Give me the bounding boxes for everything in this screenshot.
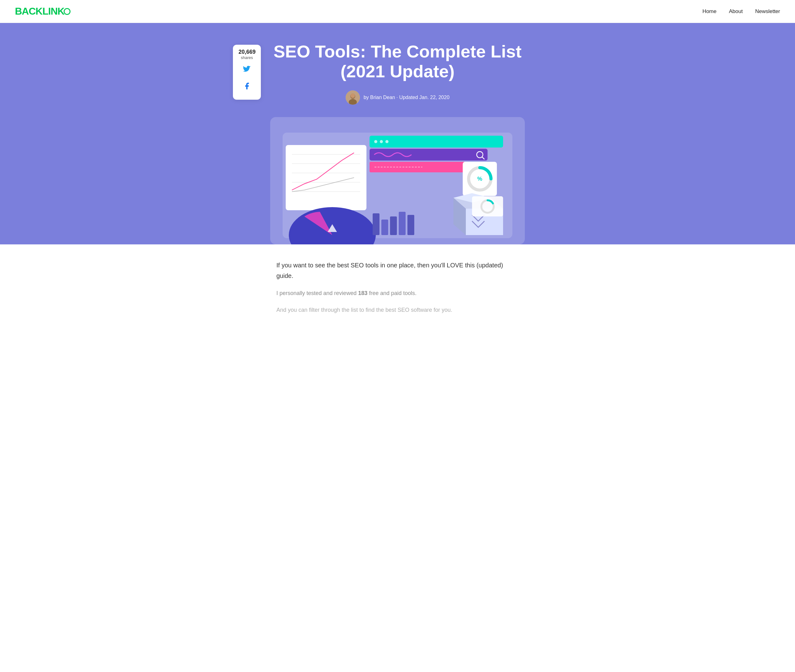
hero-illustration-svg: %: [280, 126, 515, 245]
twitter-icon: [243, 66, 251, 74]
hero-illustration: %: [280, 126, 515, 245]
svg-rect-26: [373, 213, 379, 235]
facebook-icon: [243, 82, 251, 90]
intro-p2-prefix: I personally tested and reviewed: [277, 290, 358, 296]
svg-rect-5: [370, 136, 503, 147]
intro-paragraph-1: If you want to see the best SEO tools in…: [277, 260, 518, 281]
author-avatar: [346, 90, 360, 105]
nav-about[interactable]: About: [729, 8, 742, 14]
logo-circle-icon: [64, 8, 70, 15]
intro-paragraph-2: I personally tested and reviewed 183 fre…: [277, 288, 518, 298]
hero-illustration-wrap: %: [270, 117, 525, 245]
site-header: BACKLINK Home About Newsletter: [0, 0, 795, 23]
share-count: 20,669: [238, 49, 255, 55]
nav-home[interactable]: Home: [702, 8, 717, 14]
twitter-share-button[interactable]: [240, 63, 254, 77]
svg-point-7: [380, 140, 383, 143]
svg-point-8: [386, 140, 389, 143]
svg-rect-27: [381, 219, 388, 235]
main-nav: Home About Newsletter: [702, 8, 780, 14]
author-avatar-image: [346, 90, 360, 105]
svg-rect-29: [399, 212, 406, 235]
nav-newsletter[interactable]: Newsletter: [755, 8, 780, 14]
hero-section: 20,669 shares SEO Tools: The Complete Li…: [0, 23, 795, 245]
svg-rect-28: [390, 216, 397, 235]
svg-rect-17: [286, 145, 366, 210]
author-row: by Brian Dean · Updated Jan. 22, 2020: [258, 90, 537, 105]
facebook-share-button[interactable]: [240, 79, 254, 93]
share-widget: 20,669 shares: [233, 45, 261, 100]
svg-text:%: %: [477, 176, 482, 182]
hero-title: SEO Tools: The Complete List (2021 Updat…: [258, 42, 537, 82]
svg-rect-30: [408, 215, 414, 235]
hero-inner: 20,669 shares SEO Tools: The Complete Li…: [258, 42, 537, 245]
intro-paragraph-3: And you can filter through the list to f…: [277, 305, 518, 315]
svg-point-3: [350, 93, 355, 98]
site-logo[interactable]: BACKLINK: [15, 6, 70, 17]
intro-p2-bold: 183: [358, 290, 367, 296]
svg-rect-9: [370, 149, 488, 160]
svg-point-6: [374, 140, 378, 143]
share-label: shares: [238, 55, 255, 60]
author-text: by Brian Dean · Updated Jan. 22, 2020: [364, 95, 449, 100]
intro-p2-suffix: free and paid tools.: [367, 290, 416, 296]
content-area: If you want to see the best SEO tools in…: [270, 245, 525, 327]
